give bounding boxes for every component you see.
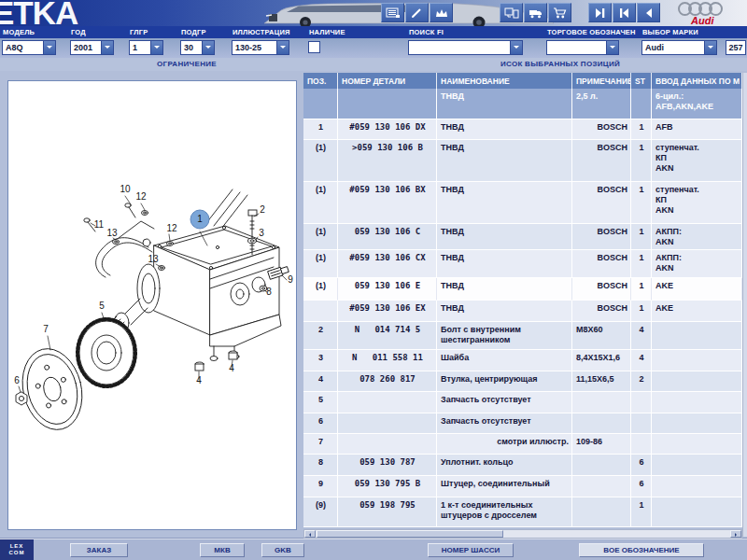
- availability-checkbox[interactable]: [308, 41, 320, 53]
- filter-label-2: ГОД: [71, 28, 86, 36]
- chevron-down-icon[interactable]: [510, 41, 522, 54]
- chevron-down-icon[interactable]: [202, 41, 214, 54]
- diagram-callout-11[interactable]: 11: [94, 219, 105, 230]
- filter-combo-3[interactable]: 1: [129, 40, 163, 55]
- cell-qty: 1: [631, 182, 652, 224]
- cell-note: [572, 497, 631, 527]
- cell-qty: 6: [631, 455, 652, 476]
- chevron-down-icon[interactable]: [101, 41, 113, 54]
- nav-first-icon: [617, 7, 632, 20]
- footer-button-3[interactable]: GKB: [261, 543, 304, 557]
- status-bar: LEX COM ЗАКАЗМКВGKBНОМЕР ШАССИВОЕ ОБОЗНА…: [0, 539, 747, 560]
- table-row[interactable]: 3N 011 558 11Шайба8,4X15X1,64: [303, 350, 742, 371]
- table-row[interactable]: #059 130 106 EXТНВДBOSCH1AKE: [303, 301, 742, 322]
- cell-model: [652, 476, 742, 497]
- toolbar-button-devices-icon[interactable]: [500, 3, 523, 22]
- diagram-callout-5[interactable]: 5: [99, 301, 105, 311]
- chevron-down-icon[interactable]: [150, 41, 162, 54]
- diagram-callout-9[interactable]: 9: [288, 274, 293, 285]
- cell-name: ТНВД: [437, 89, 572, 119]
- table-row[interactable]: (1)059 130 106 CТНВДBOSCH1АКПП: AKN: [303, 224, 742, 250]
- chevron-down-icon[interactable]: [43, 41, 55, 54]
- diagram-callout-13[interactable]: 13: [106, 228, 118, 238]
- footer-button-5[interactable]: ВОЕ ОБОЗНАЧЕНИЕ: [579, 543, 704, 557]
- cell-name: Болт с внутренним шестигранником: [437, 322, 572, 350]
- table-row[interactable]: 5Запчасть отсутствует: [303, 392, 742, 413]
- chevron-down-icon[interactable]: [704, 41, 716, 54]
- truck-icon: [529, 7, 543, 20]
- cell-pos: (1): [303, 140, 338, 182]
- footer-button-2[interactable]: МКВ: [200, 543, 245, 557]
- filter-combo-9[interactable]: Audi: [641, 40, 717, 55]
- filter-combo-5[interactable]: 130-25: [232, 40, 289, 55]
- table-row[interactable]: 8059 130 787Уплотнит. кольцо6: [303, 455, 742, 476]
- footer-button-1[interactable]: ЗАКАЗ: [70, 543, 128, 557]
- cell-part: 059 130 106 E: [338, 278, 437, 301]
- cell-model: 6-цил.: AFB,AKN,AKE: [652, 89, 742, 119]
- horizontal-scrollbar[interactable]: [303, 529, 742, 539]
- toolbar-button-nav-first-icon[interactable]: [613, 3, 636, 22]
- chevron-down-icon[interactable]: [606, 41, 618, 54]
- filter-combo-2[interactable]: 2001: [70, 40, 114, 55]
- diagram-callout-12[interactable]: 12: [166, 223, 177, 233]
- diagram-callout-6[interactable]: 6: [14, 375, 20, 385]
- toolbar-button-nav-back-icon[interactable]: [637, 3, 660, 22]
- cell-part: [338, 434, 437, 455]
- diagram-callout-8[interactable]: 8: [266, 287, 272, 297]
- diagram-callout-7[interactable]: 7: [43, 324, 49, 334]
- diagram-callout-12[interactable]: 12: [135, 191, 147, 202]
- table-row[interactable]: (1)#059 130 106 BXТНВДBOSCH1ступенчат. К…: [303, 182, 742, 224]
- scroll-right-icon[interactable]: [730, 530, 741, 538]
- filter-combo-4[interactable]: 30: [180, 40, 215, 55]
- diagram-callout-3[interactable]: 3: [259, 228, 264, 238]
- diagram-callout-13[interactable]: 13: [148, 254, 159, 264]
- table-row[interactable]: 7смотри иллюстр.109-86: [303, 434, 742, 455]
- cell-name: 1 к-т соединительных штуцеров с дросселе…: [437, 497, 572, 527]
- filter-combo-7[interactable]: [408, 40, 523, 55]
- cell-part: #059 130 106 CX: [338, 250, 437, 278]
- toolbar-button-pencil-icon[interactable]: [405, 3, 429, 22]
- cell-pos: (1): [303, 250, 338, 278]
- cell-note: BOSCH: [572, 119, 631, 140]
- chevron-down-icon[interactable]: [276, 41, 289, 54]
- scroll-left-icon[interactable]: [304, 530, 316, 538]
- toolbar-button-crown-icon[interactable]: [430, 3, 453, 22]
- footer-button-4[interactable]: НОМЕР ШАССИ: [428, 543, 514, 557]
- table-row[interactable]: (1)>059 130 106 BТНВДBOSCH1ступенчат. КП…: [303, 140, 742, 182]
- table-row[interactable]: (1)#059 130 106 CXТНВДBOSCH1АКПП: AKN: [303, 250, 742, 278]
- filter-combo-8[interactable]: [546, 40, 619, 55]
- table-row[interactable]: (1)059 130 106 EТНВДBOSCH1AKE: [303, 278, 742, 301]
- toolbar-button-cart-icon[interactable]: [548, 3, 571, 22]
- table-row[interactable]: 9059 130 795 BШтуцер, соединительный6: [303, 476, 742, 497]
- crown-icon: [434, 7, 449, 20]
- vertical-scrollbar[interactable]: [742, 73, 747, 537]
- toolbar-button-nav-end-icon[interactable]: [588, 3, 612, 22]
- cell-model: AKE: [652, 301, 742, 322]
- cell-qty: [631, 89, 652, 119]
- diagram-callout-4[interactable]: 4: [196, 375, 202, 385]
- cell-part: 078 260 817: [338, 371, 437, 392]
- table-row[interactable]: 4078 260 817Втулка, центрирующая11,15X6,…: [303, 371, 742, 392]
- scrollbar-thumb[interactable]: [317, 530, 503, 538]
- diagram-callout-4[interactable]: 4: [229, 363, 234, 373]
- table-row[interactable]: 2N 014 714 5Болт с внутренним шестигранн…: [303, 322, 742, 350]
- diagram-callout-2[interactable]: 2: [260, 204, 265, 215]
- cell-qty: [631, 392, 652, 413]
- toolbar-button-list-icon[interactable]: [381, 3, 404, 22]
- diagram-callout-10[interactable]: 10: [120, 184, 131, 194]
- cell-qty: 6: [631, 476, 652, 497]
- cell-qty: [631, 434, 652, 455]
- diagram-callout-1[interactable]: 1: [197, 214, 203, 224]
- filter-combo-1[interactable]: A8Q: [2, 40, 56, 55]
- cell-pos: 3: [303, 350, 338, 371]
- cell-qty: 2: [631, 371, 652, 392]
- cell-pos: 9: [303, 476, 338, 497]
- toolbar-button-truck-icon[interactable]: [524, 3, 547, 22]
- table-row[interactable]: 6Запчасть отсутствует: [303, 413, 742, 434]
- cell-note: [572, 413, 631, 434]
- lexcom-logo: LEX COM: [0, 539, 34, 560]
- table-row[interactable]: 1#059 130 106 DXТНВДBOSCH1AFB: [303, 119, 742, 140]
- cell-model: АКПП: AKN: [652, 250, 742, 278]
- cell-pos: (1): [303, 224, 338, 250]
- table-row[interactable]: (9)059 198 7951 к-т соединительных штуце…: [303, 497, 742, 527]
